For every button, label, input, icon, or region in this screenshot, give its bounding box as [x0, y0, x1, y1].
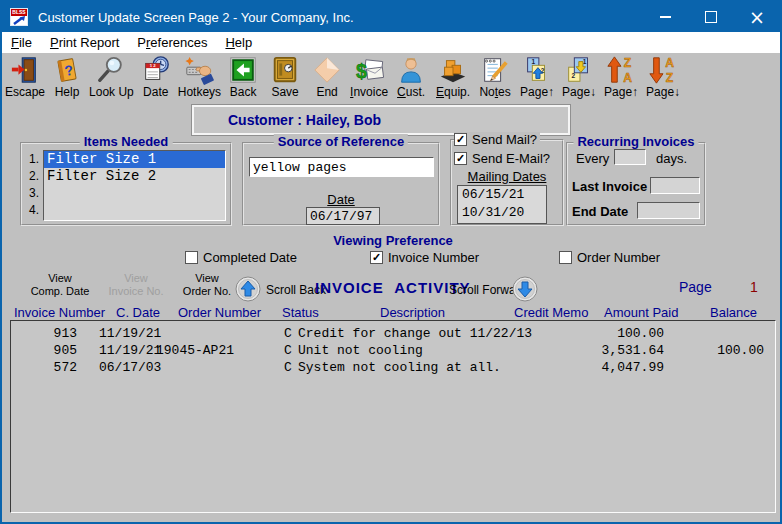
view-button-line: View [174, 272, 240, 285]
svg-text:A: A [665, 56, 674, 70]
invoice-row[interactable]: 572 06/17/03 C System not cooling at all… [11, 360, 775, 377]
dollar-envelopes-icon: $ [354, 55, 384, 85]
person-icon [396, 55, 426, 85]
maximize-button[interactable] [688, 2, 734, 32]
app-icon-arrow [12, 16, 26, 25]
toolbar-button-page-up[interactable]: 1 2 Page↑ [516, 55, 558, 99]
toolbar-button-lookup[interactable]: Look Up [88, 55, 135, 99]
toolbar-label: Escape [5, 85, 45, 99]
send-mail-label: Send Mail? [472, 132, 537, 147]
invoice-number-checkbox[interactable]: ✓ [370, 251, 383, 264]
every-label: Every [576, 151, 609, 166]
toolbar-button-hotkeys[interactable]: Hotkeys [177, 55, 222, 99]
item-row[interactable]: Filter Size 2 [44, 168, 225, 185]
page-label: Page [679, 279, 712, 295]
send-email-option[interactable]: ✓ Send E-Mail? [454, 151, 550, 166]
view-order-no-button[interactable]: View Order No. [174, 272, 240, 298]
every-days-input[interactable] [614, 149, 646, 165]
toolbar-button-date[interactable]: 1 2 Date [135, 55, 177, 99]
cell-c-date: 11/19/21 [99, 343, 161, 358]
view-button-line: Invoice No. [100, 285, 172, 298]
send-mail-option[interactable]: ✓ Send Mail? [454, 132, 540, 147]
menu-help[interactable]: Help [216, 32, 261, 53]
order-number-option[interactable]: Order Number [559, 250, 660, 265]
item-number: 3. [29, 186, 39, 200]
close-button[interactable]: × [734, 2, 780, 32]
cell-status: C [284, 326, 292, 341]
completed-date-checkbox[interactable] [185, 251, 198, 264]
source-of-reference-title: Source of Reference [274, 134, 408, 149]
end-date-input[interactable] [637, 202, 700, 219]
toolbar-button-equipment[interactable]: Equip. [432, 55, 474, 99]
toolbar-label: Page↓ [646, 85, 680, 99]
col-credit-memo: Credit Memo [514, 305, 588, 320]
send-mail-checkbox[interactable]: ✓ [454, 133, 467, 146]
app-icon-label: BLSS [11, 9, 27, 16]
toolbar-label: Page↓ [562, 85, 596, 99]
cell-invoice-number: 572 [27, 360, 77, 375]
magnifier-icon [96, 55, 126, 85]
item-row[interactable] [44, 202, 225, 219]
cell-amount-paid: 3,531.64 [549, 343, 664, 358]
reference-date-input[interactable] [306, 207, 380, 225]
mailing-dates-box: 06/15/21 10/31/20 [457, 185, 547, 224]
item-number: 2. [29, 169, 39, 183]
app-window: BLSS Customer Update Screen Page 2 - You… [0, 0, 782, 524]
items-needed-group: Items Needed 1. 2. 3. 4. Filter Size 1 F… [20, 142, 232, 226]
menu-file[interactable]: File [2, 32, 41, 53]
toolbar-button-help[interactable]: ? Help [46, 55, 88, 99]
view-button-line: View [100, 272, 172, 285]
toolbar-button-end[interactable]: End [306, 55, 348, 99]
view-button-line: View [24, 272, 96, 285]
toolbar-button-page-sort-up[interactable]: Z A Page↑ [600, 55, 642, 99]
item-row[interactable]: Filter Size 1 [44, 151, 225, 168]
menu-print-report[interactable]: Print Report [41, 32, 128, 53]
toolbar-button-page-sort-down[interactable]: A Z Page↓ [642, 55, 684, 99]
toolbar: Escape ? Help Look Up [4, 55, 684, 103]
view-invoice-no-button[interactable]: View Invoice No. [100, 272, 172, 298]
toolbar-label: Look Up [89, 85, 134, 99]
toolbar-button-customer[interactable]: Cust. [390, 55, 432, 99]
customer-banner: Customer : Hailey, Bob [192, 105, 570, 135]
source-of-reference-input[interactable] [249, 157, 434, 177]
invoice-table: 913 11/19/21 C Credit for change out 11/… [10, 320, 776, 513]
col-description: Description [380, 305, 445, 320]
toolbar-button-page-down[interactable]: 2 1 Page↓ [558, 55, 600, 99]
minimize-button[interactable] [642, 2, 688, 32]
cell-invoice-number: 913 [27, 326, 77, 341]
scroll-forward-button[interactable] [512, 276, 538, 302]
invoice-row[interactable]: 913 11/19/21 C Credit for change out 11/… [11, 326, 775, 343]
window-title: Customer Update Screen Page 2 - Your Com… [38, 10, 354, 25]
menu-preferences[interactable]: Preferences [128, 32, 216, 53]
toolbar-button-save[interactable]: Save [264, 55, 306, 99]
close-icon: × [749, 8, 765, 27]
source-of-reference-group: Source of Reference Date [242, 142, 440, 226]
toolbar-button-notes[interactable]: Notes [474, 55, 516, 99]
invoice-number-option[interactable]: ✓ Invoice Number [370, 250, 479, 265]
view-comp-date-button[interactable]: View Comp. Date [24, 272, 96, 298]
last-invoice-input[interactable] [650, 177, 700, 194]
completed-date-label: Completed Date [203, 250, 297, 265]
customer-name: Customer : Hailey, Bob [228, 112, 381, 128]
toolbar-label: Page↑ [604, 85, 638, 99]
days-label: days. [656, 151, 687, 166]
cell-amount-paid: 4,047.99 [549, 360, 664, 375]
order-number-checkbox[interactable] [559, 251, 572, 264]
hand-keyboard-icon [184, 55, 214, 85]
svg-text:$: $ [356, 60, 367, 82]
scroll-back-button[interactable] [235, 276, 261, 302]
col-invoice-number: Invoice Number [14, 305, 105, 320]
pages-down-icon: 2 1 [564, 55, 594, 85]
completed-date-option[interactable]: Completed Date [185, 250, 297, 265]
toolbar-button-invoice[interactable]: $ Invoice [348, 55, 390, 99]
toolbar-button-back[interactable]: Back [222, 55, 264, 99]
eraser-diamond-icon [312, 55, 342, 85]
svg-text:Z: Z [666, 71, 674, 85]
send-email-checkbox[interactable]: ✓ [454, 152, 467, 165]
cell-status: C [284, 343, 292, 358]
toolbar-label: Help [55, 85, 80, 99]
invoice-row[interactable]: 905 11/19/21 19045-AP21 C Unit not cooli… [11, 343, 775, 360]
toolbar-button-escape[interactable]: Escape [4, 55, 46, 99]
item-row[interactable] [44, 185, 225, 202]
toolbar-label: Save [271, 85, 298, 99]
